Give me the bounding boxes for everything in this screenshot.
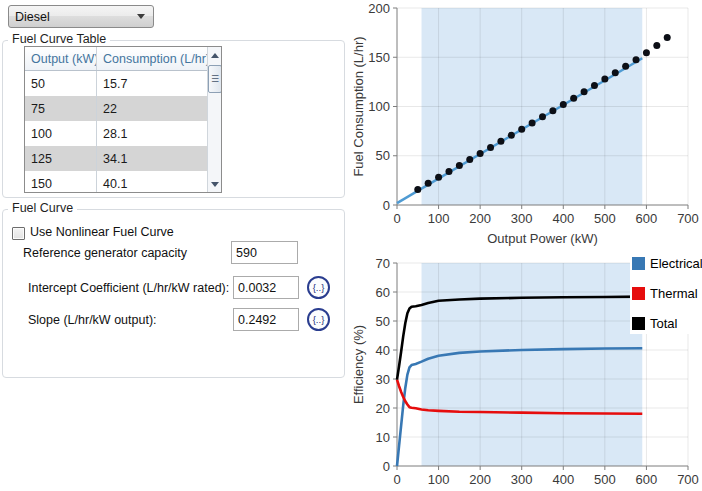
x-tick-label: 600 xyxy=(636,211,658,226)
intercept-coefficient-label: Intercept Coefficient (L/hr/kW rated): xyxy=(28,281,229,295)
fuel-data-point xyxy=(435,174,442,181)
intercept-coefficient-input[interactable] xyxy=(233,276,299,299)
column-header-output[interactable]: Output (kW) xyxy=(25,47,96,70)
dropdown-arrow-icon xyxy=(137,14,145,19)
y-tick-label: 150 xyxy=(368,50,390,65)
scroll-up-icon xyxy=(211,53,219,58)
table-row[interactable]: 15040.1 xyxy=(25,171,207,193)
consumption-cell[interactable]: 28.1 xyxy=(96,121,207,146)
consumption-cell[interactable]: 34.1 xyxy=(96,146,207,171)
legend-item-total: Total xyxy=(632,316,702,330)
generator-fuel-page: Diesel Fuel Curve Table Output (kW) Cons… xyxy=(0,0,702,491)
x-tick-label: 400 xyxy=(552,211,574,226)
table-row[interactable]: 7522 xyxy=(25,96,207,121)
y-tick-label: 0 xyxy=(383,459,390,474)
use-nonlinear-fuel-curve-checkbox[interactable] xyxy=(12,227,25,240)
output-cell[interactable]: 100 xyxy=(25,121,96,146)
y-tick-label: 70 xyxy=(376,256,390,271)
x-tick-label: 100 xyxy=(428,472,450,487)
fuel-data-point xyxy=(664,34,671,41)
output-cell[interactable]: 125 xyxy=(25,146,96,171)
table-scrollbar[interactable]: ☰ xyxy=(207,47,222,192)
output-cell[interactable]: 150 xyxy=(25,171,96,193)
fuel-data-point xyxy=(539,113,546,120)
x-tick-label: 300 xyxy=(511,211,533,226)
fuel-data-point xyxy=(518,126,525,133)
slope-input[interactable] xyxy=(233,308,299,331)
scrollbar-down-button[interactable] xyxy=(208,176,222,192)
operating-range-shade xyxy=(422,263,643,466)
y-tick-label: 30 xyxy=(376,372,390,387)
fuel-data-point xyxy=(612,69,619,76)
fuel-data-point xyxy=(622,63,629,70)
x-tick-label: 300 xyxy=(511,472,533,487)
fuel-data-point xyxy=(560,101,567,108)
y-tick-label: 20 xyxy=(376,401,390,416)
total-swatch-icon xyxy=(632,317,645,330)
y-tick-label: 10 xyxy=(376,430,390,445)
table-row[interactable]: 10028.1 xyxy=(25,121,207,146)
x-tick-label: 100 xyxy=(428,211,450,226)
fuel-curve-table-main: Output (kW) Consumption (L/hr) 5015.7752… xyxy=(25,47,207,192)
column-header-consumption[interactable]: Consumption (L/hr) xyxy=(96,47,207,70)
fuel-data-point xyxy=(497,138,504,145)
y-tick-label: 50 xyxy=(376,148,390,163)
fuel-data-point xyxy=(477,150,484,157)
fuel-data-point xyxy=(529,120,536,127)
fuel-data-point xyxy=(456,162,463,169)
fuel-data-point xyxy=(487,144,494,151)
fuel-curve-table-group-label: Fuel Curve Table xyxy=(8,32,110,46)
y-tick-label: 200 xyxy=(368,1,390,16)
scrollbar-up-button[interactable] xyxy=(208,47,222,63)
x-tick-label: 400 xyxy=(552,472,574,487)
scrollbar-thumb[interactable]: ☰ xyxy=(208,65,222,93)
table-row[interactable]: 12534.1 xyxy=(25,146,207,171)
fuel-data-point xyxy=(508,132,515,139)
table-row[interactable]: 5015.7 xyxy=(25,71,207,96)
fuel-curve-group-label: Fuel Curve xyxy=(8,201,77,215)
x-tick-label: 500 xyxy=(594,211,616,226)
scrollbar-grip-icon: ☰ xyxy=(211,75,219,84)
x-tick-label: 200 xyxy=(469,472,491,487)
fuel-consumption-chart: 0100200300400500600700050100150200Fuel C… xyxy=(350,0,702,250)
fuel-data-point xyxy=(570,95,577,102)
thermal-swatch-icon xyxy=(632,287,645,300)
fuel-data-point xyxy=(633,56,640,63)
fuel-data-point xyxy=(549,107,556,114)
electrical-swatch-icon xyxy=(632,257,645,270)
consumption-cell[interactable]: 15.7 xyxy=(96,71,207,96)
y-tick-label: 0 xyxy=(383,198,390,213)
y-tick-label: 100 xyxy=(368,99,390,114)
x-tick-label: 500 xyxy=(594,472,616,487)
fuel-data-point xyxy=(425,180,432,187)
y-tick-label: 40 xyxy=(376,343,390,358)
fuel-data-point xyxy=(591,82,598,89)
legend-item-electrical: Electrical xyxy=(632,256,702,270)
fuel-data-point xyxy=(466,156,473,163)
efficiency-chart-legend: Electrical Thermal Total xyxy=(630,252,702,334)
reference-capacity-input[interactable] xyxy=(231,241,298,264)
fuel-type-selected-value: Diesel xyxy=(9,10,137,24)
fuel-data-point xyxy=(445,168,452,175)
reference-capacity-label: Reference generator capacity xyxy=(23,246,187,260)
x-tick-label: 600 xyxy=(636,472,658,487)
x-tick-label: 700 xyxy=(677,472,699,487)
output-cell[interactable]: 75 xyxy=(25,96,96,121)
slope-expression-button[interactable]: {..} xyxy=(307,308,330,331)
use-nonlinear-fuel-curve-label: Use Nonlinear Fuel Curve xyxy=(30,225,174,239)
slope-label: Slope (L/hr/kW output): xyxy=(28,313,157,327)
fuel-data-point xyxy=(581,88,588,95)
scroll-down-icon xyxy=(211,182,219,187)
fuel-data-point xyxy=(643,49,650,56)
intercept-expression-button[interactable]: {..} xyxy=(307,276,330,299)
x-tick-label: 200 xyxy=(469,211,491,226)
x-tick-label: 700 xyxy=(677,211,699,226)
y-tick-label: 60 xyxy=(376,285,390,300)
output-cell[interactable]: 50 xyxy=(25,71,96,96)
table-body: 5015.7752210028.112534.115040.1 xyxy=(25,71,207,193)
consumption-cell[interactable]: 22 xyxy=(96,96,207,121)
consumption-cell[interactable]: 40.1 xyxy=(96,171,207,193)
fuel-type-dropdown[interactable]: Diesel xyxy=(8,5,154,28)
fuel-curve-table: Output (kW) Consumption (L/hr) 5015.7752… xyxy=(24,46,222,193)
y-axis-title: Fuel Consumption (L/hr) xyxy=(351,36,366,176)
